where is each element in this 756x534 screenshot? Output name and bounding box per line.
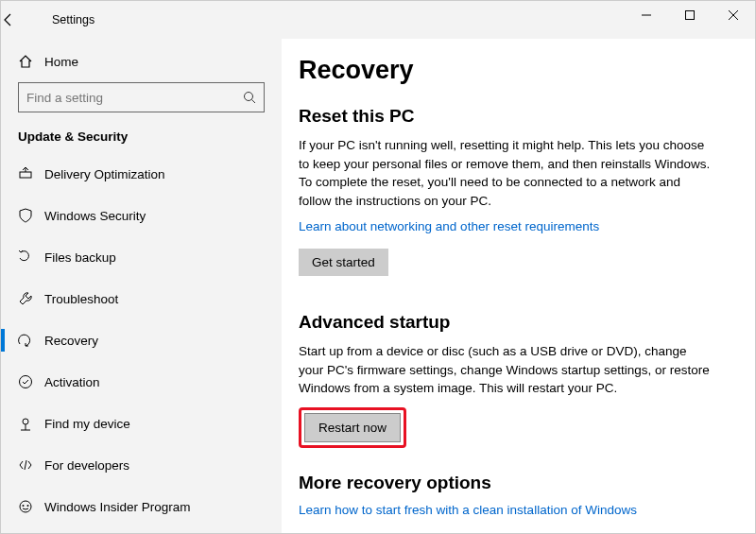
sidebar-item-label: Recovery [44, 334, 98, 348]
reset-heading: Reset this PC [299, 106, 727, 127]
sidebar-item-troubleshoot[interactable]: Troubleshoot [1, 278, 282, 319]
sidebar-item-find-my-device[interactable]: Find my device [1, 403, 282, 444]
svg-point-7 [20, 501, 31, 512]
window-title: Settings [52, 13, 94, 26]
titlebar: Settings [1, 1, 755, 39]
sidebar-item-files-backup[interactable]: Files backup [1, 236, 282, 278]
location-icon [18, 416, 44, 431]
svg-line-3 [252, 100, 256, 104]
sidebar-item-activation[interactable]: Activation [1, 361, 282, 403]
sidebar-item-label: Windows Insider Program [44, 500, 191, 514]
content-area: Recovery Reset this PC If your PC isn't … [282, 39, 755, 534]
shield-icon [18, 208, 44, 223]
back-button[interactable] [1, 12, 39, 27]
check-circle-icon [18, 374, 44, 389]
advanced-heading: Advanced startup [299, 312, 727, 333]
more-section: More recovery options Learn how to start… [299, 473, 727, 532]
get-started-button[interactable]: Get started [299, 249, 388, 276]
search-icon [243, 91, 256, 104]
sidebar: Home Find a setting Update & Security De… [1, 39, 282, 534]
svg-point-8 [23, 505, 25, 507]
developer-icon [18, 457, 44, 473]
svg-rect-4 [20, 172, 31, 178]
advanced-section: Advanced startup Start up from a device … [299, 312, 727, 448]
sidebar-item-label: For developers [44, 458, 129, 473]
svg-point-2 [245, 93, 253, 101]
more-heading: More recovery options [299, 473, 727, 493]
sidebar-item-label: Find my device [44, 417, 130, 431]
backup-icon [18, 250, 44, 265]
page-title: Recovery [299, 56, 727, 85]
svg-point-5 [20, 376, 32, 388]
search-input[interactable]: Find a setting [18, 82, 265, 112]
svg-rect-1 [686, 11, 695, 20]
sidebar-item-label: Delivery Optimization [44, 167, 165, 181]
minimize-button[interactable] [625, 1, 668, 29]
maximize-button[interactable] [668, 1, 712, 29]
insider-icon [18, 499, 44, 514]
sidebar-item-windows-security[interactable]: Windows Security [1, 195, 282, 236]
reset-link[interactable]: Learn about networking and other reset r… [299, 219, 599, 233]
close-button[interactable] [712, 1, 755, 29]
sidebar-item-label: Troubleshoot [44, 292, 118, 306]
svg-point-6 [23, 419, 28, 424]
reset-body: If your PC isn't running well, resetting… [299, 136, 714, 210]
sidebar-item-windows-insider[interactable]: Windows Insider Program [1, 486, 282, 527]
sidebar-item-label: Activation [44, 375, 100, 389]
sidebar-item-delivery-optimization[interactable]: Delivery Optimization [1, 153, 282, 195]
delivery-icon [18, 166, 44, 181]
sidebar-item-recovery[interactable]: Recovery [1, 319, 282, 361]
group-header: Update & Security [1, 122, 282, 153]
home-nav[interactable]: Home [1, 43, 282, 80]
sidebar-item-for-developers[interactable]: For developers [1, 444, 282, 486]
svg-point-9 [27, 505, 29, 507]
reset-section: Reset this PC If your PC isn't running w… [299, 106, 727, 304]
more-link[interactable]: Learn how to start fresh with a clean in… [299, 503, 637, 517]
highlight-annotation: Restart now [299, 407, 406, 448]
restart-now-button[interactable]: Restart now [304, 413, 401, 442]
search-placeholder: Find a setting [26, 91, 103, 105]
sidebar-item-label: Files backup [44, 250, 116, 265]
sidebar-item-label: Windows Security [44, 209, 146, 223]
recovery-icon [18, 333, 44, 348]
wrench-icon [18, 291, 44, 306]
home-icon [18, 54, 44, 69]
home-label: Home [44, 55, 78, 69]
advanced-body: Start up from a device or disc (such as … [299, 342, 714, 398]
